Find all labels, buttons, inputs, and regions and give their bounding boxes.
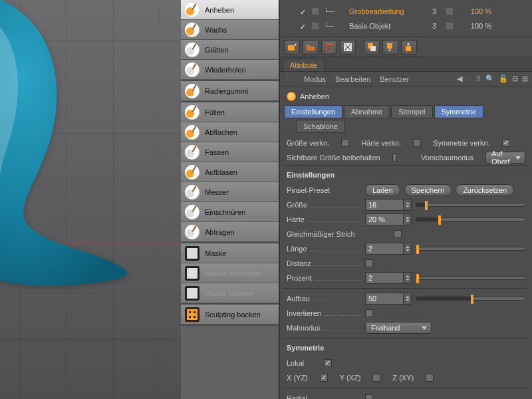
add-folder-button[interactable]: [303, 40, 319, 55]
svg-rect-39: [187, 309, 198, 320]
reset-preset-button[interactable]: Zurücksetzen: [456, 184, 514, 196]
buildup-slider[interactable]: [416, 297, 525, 301]
steady-stroke-checkbox[interactable]: [394, 230, 402, 238]
delete-layer-button[interactable]: [321, 40, 337, 55]
save-preset-button[interactable]: Speichern: [404, 184, 452, 196]
preview-mode-dropdown[interactable]: Auf Oberf: [485, 152, 525, 164]
brush-label: Anheben: [205, 6, 234, 14]
tab-symmetrie[interactable]: Symmetrie: [434, 105, 484, 118]
add-layer-button[interactable]: +: [284, 40, 300, 55]
keep-visible-size-checkbox[interactable]: [392, 154, 397, 162]
object-name[interactable]: Basis-Objekt: [349, 22, 422, 30]
brush-füllen[interactable]: Füllen: [181, 102, 279, 122]
brush-icon: [185, 225, 200, 239]
bake-icon: [185, 307, 200, 322]
svg-rect-42: [189, 316, 191, 318]
object-row[interactable]: ✓ └─ Grobbearbeitung 3 100 %: [300, 4, 529, 19]
attribute-menu: ⋮⋮ Modus Bearbeiten Benutzer ◀ ▷ ⇧ 🔍 🔓 ⊟…: [280, 72, 532, 86]
right-panel: ✓ └─ Grobbearbeitung 3 100 % ✓ └─ Basis-…: [279, 0, 532, 399]
local-checkbox[interactable]: [324, 359, 332, 367]
layer-box-icon[interactable]: [312, 23, 319, 29]
brush-pull-icon: [287, 92, 296, 101]
brush-icon: [185, 205, 200, 219]
brush-wiederholen[interactable]: Wiederholen: [181, 60, 279, 80]
clear-layer-button[interactable]: [340, 40, 356, 55]
attribute-title: Anheben: [284, 89, 528, 105]
length-stepper[interactable]: [365, 243, 412, 255]
search-icon[interactable]: 🔍: [485, 74, 495, 83]
nav-back-icon[interactable]: ◀: [457, 74, 462, 83]
paint-mode-dropdown[interactable]: Freihand: [365, 322, 432, 334]
brush-label: Wachs: [205, 26, 227, 34]
svg-rect-52: [406, 46, 411, 51]
link-size-checkbox[interactable]: [341, 139, 349, 147]
layer-toolbar: +: [280, 37, 532, 57]
up-level-icon[interactable]: ⇧: [475, 74, 481, 83]
svg-rect-40: [189, 311, 191, 313]
object-manager[interactable]: ✓ └─ Grobbearbeitung 3 100 % ✓ └─ Basis-…: [280, 0, 532, 37]
tab-schablone[interactable]: Schablone: [296, 120, 345, 133]
brush-fassen[interactable]: Fassen: [181, 142, 279, 162]
object-name[interactable]: Grobbearbeitung: [349, 7, 422, 15]
visibility-check-icon[interactable]: ✓: [300, 8, 307, 15]
new-window-icon[interactable]: ⊞: [522, 74, 528, 83]
svg-rect-37: [187, 268, 198, 279]
pin-icon[interactable]: ⊟: [512, 74, 518, 83]
brush-icon: [185, 84, 200, 98]
brush-abflachen[interactable]: Abflachen: [181, 122, 279, 142]
brush-einschnüren[interactable]: Einschnüren: [181, 202, 279, 222]
viewport-3d[interactable]: [0, 0, 181, 399]
tab-stempel[interactable]: Stempel: [391, 105, 432, 118]
brush-maske-invertieren: Maske invertieren: [181, 263, 279, 283]
radial-checkbox[interactable]: [365, 394, 373, 399]
buildup-stepper[interactable]: [365, 293, 412, 305]
brush-icon: [185, 246, 200, 261]
brush-abtragen[interactable]: Abtragen: [181, 222, 279, 242]
sym-x-checkbox[interactable]: [320, 374, 328, 382]
sculpt-model[interactable]: [0, 0, 140, 293]
brush-wachs[interactable]: Wachs: [181, 20, 279, 40]
percent-slider[interactable]: [416, 276, 525, 280]
svg-rect-38: [187, 288, 198, 299]
sym-z-checkbox[interactable]: [426, 374, 434, 382]
length-slider[interactable]: [416, 247, 525, 251]
bake-sculpting[interactable]: Sculpting backen: [181, 305, 279, 325]
merge-up-button[interactable]: [401, 40, 417, 55]
nav-fwd-icon: ▷: [466, 74, 471, 83]
invert-checkbox[interactable]: [365, 309, 373, 317]
link-hardness-checkbox[interactable]: [413, 139, 421, 147]
distance-checkbox[interactable]: [365, 259, 373, 267]
tab-einstellungen[interactable]: Einstellungen: [284, 105, 342, 118]
visibility-check-icon[interactable]: ✓: [300, 23, 307, 29]
link-symmetry-checkbox[interactable]: [502, 139, 510, 147]
object-row[interactable]: ✓ └─ Basis-Objekt 3 100 %: [300, 19, 529, 33]
merge-down-button[interactable]: [382, 40, 398, 55]
size-slider[interactable]: [416, 203, 525, 207]
brush-anheben[interactable]: Anheben: [181, 0, 279, 20]
load-preset-button[interactable]: Laden: [365, 184, 400, 196]
toggle-box-icon[interactable]: [446, 8, 453, 15]
menu-modus[interactable]: Modus: [300, 75, 330, 83]
size-stepper[interactable]: [365, 199, 412, 211]
hardness-slider[interactable]: [416, 217, 525, 221]
brush-aufblasen[interactable]: Aufblasen: [181, 162, 279, 182]
brush-glätten[interactable]: Glätten: [181, 40, 279, 60]
menu-benutzer[interactable]: Benutzer: [376, 75, 413, 83]
tab-attribute[interactable]: Attribute: [283, 59, 325, 71]
brush-radiergummi[interactable]: Radiergummi: [181, 81, 279, 101]
sym-y-checkbox[interactable]: [372, 374, 380, 382]
lock-icon[interactable]: 🔓: [499, 74, 508, 83]
brush-label: Wiederholen: [205, 66, 246, 74]
brush-label: Sculpting backen: [205, 311, 261, 319]
percent-stepper[interactable]: [365, 272, 412, 284]
layers-icon-button[interactable]: [364, 40, 380, 55]
toggle-box-icon[interactable]: [446, 23, 453, 29]
menu-bearbeiten[interactable]: Bearbeiten: [331, 75, 374, 83]
tab-abnahme[interactable]: Abnahme: [344, 105, 390, 118]
brush-maske[interactable]: Maske: [181, 243, 279, 263]
brush-messer[interactable]: Messer: [181, 182, 279, 202]
layer-box-icon[interactable]: [312, 8, 319, 15]
settings-heading: Einstellungen: [284, 170, 528, 183]
hardness-stepper[interactable]: [365, 213, 412, 225]
brush-icon: [185, 145, 200, 160]
